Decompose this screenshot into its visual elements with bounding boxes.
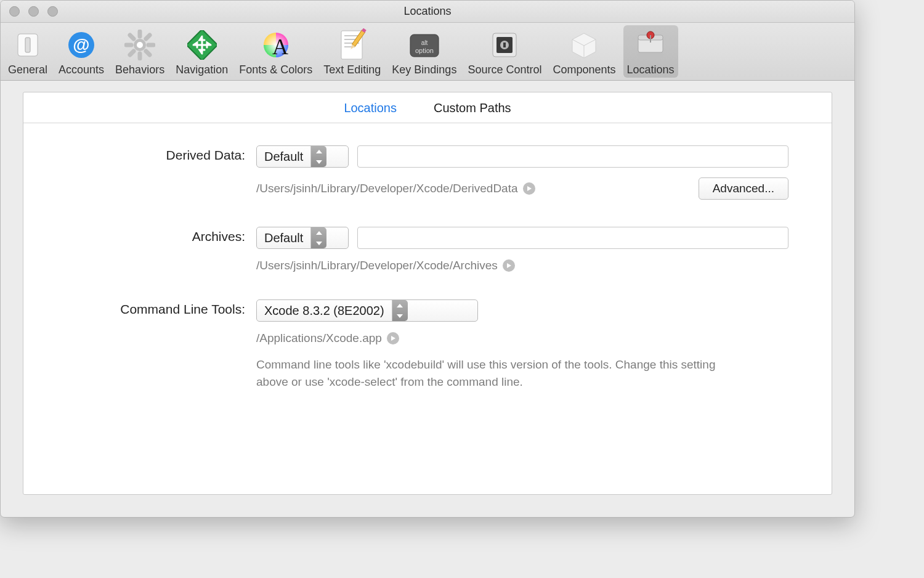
toolbar-label: Text Editing bbox=[323, 63, 381, 76]
svg-rect-40 bbox=[650, 35, 651, 43]
command-line-tools-popup-value: Xcode 8.3.2 (8E2002) bbox=[264, 304, 384, 318]
svg-text:A: A bbox=[272, 35, 288, 59]
archives-popup[interactable]: Default bbox=[256, 227, 349, 249]
derived-data-popup[interactable]: Default bbox=[256, 145, 349, 168]
label-command-line-tools: Command Line Tools: bbox=[67, 299, 245, 317]
popup-stepper-icon bbox=[392, 300, 408, 321]
advanced-button[interactable]: Advanced... bbox=[699, 177, 788, 200]
toolbar-item-text-editing[interactable]: Text Editing bbox=[320, 25, 384, 78]
toolbar-label: Fonts & Colors bbox=[239, 63, 312, 76]
preferences-toolbar: General @ Accounts bbox=[1, 23, 854, 81]
toolbar-item-source-control[interactable]: Source Control bbox=[464, 25, 545, 78]
row-derived-data: Derived Data: Default bbox=[67, 145, 788, 200]
svg-line-9 bbox=[130, 35, 134, 39]
toolbar-item-general[interactable]: General bbox=[4, 25, 51, 78]
command-line-tools-path-text: /Applications/Xcode.app bbox=[256, 332, 382, 345]
toolbar-label: Source Control bbox=[468, 63, 541, 76]
accounts-icon: @ bbox=[64, 28, 99, 62]
popup-stepper-icon bbox=[310, 146, 326, 167]
command-line-tools-popup[interactable]: Xcode 8.3.2 (8E2002) bbox=[256, 299, 478, 322]
derived-data-path-field[interactable] bbox=[357, 145, 788, 168]
window-controls bbox=[9, 6, 58, 17]
locations-icon bbox=[633, 28, 668, 62]
tab-custom-paths[interactable]: Custom Paths bbox=[434, 101, 511, 115]
reveal-in-finder-icon[interactable] bbox=[387, 332, 399, 344]
fonts-colors-icon: A bbox=[259, 28, 293, 62]
titlebar: Locations bbox=[1, 1, 854, 23]
svg-rect-1 bbox=[25, 38, 30, 52]
segmented-tabs: Locations Custom Paths bbox=[23, 92, 832, 123]
svg-line-10 bbox=[146, 51, 150, 55]
label-derived-data: Derived Data: bbox=[67, 145, 245, 163]
components-icon bbox=[567, 28, 601, 62]
text-editing-icon bbox=[335, 28, 370, 62]
row-archives: Archives: Default bbox=[67, 227, 788, 272]
zoom-window-button[interactable] bbox=[47, 6, 58, 17]
svg-rect-33 bbox=[503, 43, 506, 47]
source-control-icon bbox=[487, 28, 522, 62]
key-bindings-icon: alt option bbox=[407, 28, 442, 62]
toolbar-label: Behaviors bbox=[115, 63, 164, 76]
minimize-window-button[interactable] bbox=[28, 6, 39, 17]
archives-path-field[interactable] bbox=[357, 227, 788, 249]
command-line-tools-hint: Command line tools like 'xcodebuild' wil… bbox=[256, 356, 749, 390]
reveal-in-finder-icon[interactable] bbox=[523, 182, 535, 195]
content-panel: Locations Custom Paths Derived Data: Def… bbox=[23, 92, 832, 495]
toolbar-item-locations[interactable]: Locations bbox=[623, 25, 678, 78]
toolbar-label: General bbox=[8, 63, 47, 76]
toolbar-label: Locations bbox=[627, 63, 675, 76]
behaviors-icon bbox=[123, 28, 157, 62]
close-window-button[interactable] bbox=[9, 6, 20, 17]
reveal-in-finder-icon[interactable] bbox=[503, 259, 515, 272]
label-archives: Archives: bbox=[67, 227, 245, 244]
toolbar-label: Navigation bbox=[176, 63, 228, 76]
popup-stepper-icon bbox=[310, 227, 326, 248]
toolbar-label: Components bbox=[553, 63, 615, 76]
toolbar-item-behaviors[interactable]: Behaviors bbox=[111, 25, 168, 78]
row-command-line-tools: Command Line Tools: Xcode 8.3.2 (8E2002) bbox=[67, 299, 788, 390]
derived-data-popup-value: Default bbox=[264, 150, 303, 164]
svg-text:alt: alt bbox=[421, 39, 428, 46]
derived-data-path-text: /Users/jsinh/Library/Developer/Xcode/Der… bbox=[256, 182, 518, 195]
toolbar-item-fonts-colors[interactable]: A Fonts & Colors bbox=[235, 25, 316, 78]
navigation-icon bbox=[185, 28, 219, 62]
svg-point-13 bbox=[137, 42, 143, 48]
toolbar-item-accounts[interactable]: @ Accounts bbox=[55, 25, 108, 78]
general-icon bbox=[10, 28, 45, 62]
toolbar-label: Key Bindings bbox=[392, 63, 456, 76]
locations-form: Derived Data: Default bbox=[23, 123, 832, 417]
tab-locations[interactable]: Locations bbox=[344, 101, 397, 115]
svg-text:option: option bbox=[415, 47, 434, 54]
toolbar-label: Accounts bbox=[59, 63, 104, 76]
svg-line-11 bbox=[146, 35, 150, 39]
toolbar-item-components[interactable]: Components bbox=[549, 25, 619, 78]
svg-text:@: @ bbox=[73, 35, 89, 54]
toolbar-item-key-bindings[interactable]: alt option Key Bindings bbox=[388, 25, 460, 78]
svg-line-12 bbox=[130, 51, 134, 55]
window-title: Locations bbox=[1, 5, 854, 18]
toolbar-item-navigation[interactable]: Navigation bbox=[172, 25, 232, 78]
archives-path-text: /Users/jsinh/Library/Developer/Xcode/Arc… bbox=[256, 259, 498, 272]
archives-popup-value: Default bbox=[264, 231, 303, 245]
preferences-window: Locations General @ Accounts bbox=[0, 0, 855, 518]
content-area: Locations Custom Paths Derived Data: Def… bbox=[1, 81, 854, 517]
